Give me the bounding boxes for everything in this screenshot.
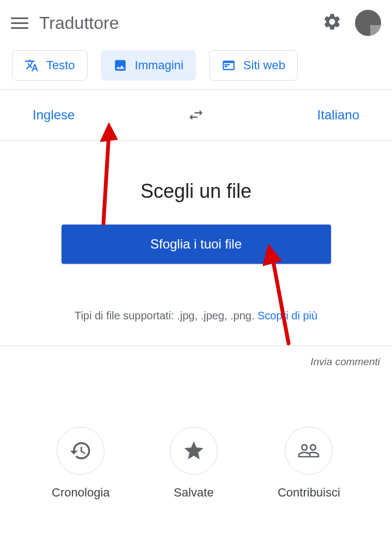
history-label: Cronologia — [52, 486, 109, 500]
star-icon — [170, 427, 218, 475]
tab-images[interactable]: Immagini — [101, 50, 196, 81]
tab-text-label: Testo — [46, 58, 75, 72]
choose-file-title: Scegli un file — [22, 180, 370, 203]
app-title: Traduttore — [39, 13, 119, 33]
source-language-button[interactable]: Inglese — [22, 103, 85, 127]
tab-images-label: Immagini — [135, 58, 183, 72]
file-chooser-section: Scegli un file Sfoglia i tuoi file Tipi … — [0, 141, 392, 346]
contribute-action[interactable]: Contribuisci — [278, 427, 340, 500]
tab-websites-label: Siti web — [243, 58, 285, 72]
annotation-arrow-1 — [82, 120, 125, 231]
tabs-row: Testo Immagini Siti web — [0, 46, 392, 90]
menu-icon[interactable] — [11, 14, 28, 32]
annotation-arrow-2 — [242, 240, 297, 351]
language-row: Inglese Italiano — [0, 90, 392, 141]
svg-marker-1 — [100, 123, 118, 142]
supported-file-types: Tipi di file supportati: .jpg, .jpeg, .p… — [22, 307, 370, 324]
feedback-link[interactable]: Invia commenti — [0, 346, 392, 378]
tab-websites[interactable]: Siti web — [209, 50, 298, 81]
svg-marker-3 — [263, 244, 281, 266]
people-icon — [285, 427, 333, 475]
gear-icon[interactable] — [322, 12, 342, 34]
avatar[interactable] — [355, 10, 381, 36]
svg-line-0 — [103, 134, 109, 223]
saved-label: Salvate — [174, 486, 213, 500]
supported-prefix: Tipi di file supportati: .jpg, .jpeg, .p… — [75, 310, 258, 322]
history-action[interactable]: Cronologia — [52, 427, 109, 500]
svg-line-2 — [272, 256, 289, 343]
saved-action[interactable]: Salvate — [170, 427, 218, 500]
target-language-button[interactable]: Italiano — [307, 103, 370, 127]
history-icon — [57, 427, 105, 475]
contribute-label: Contribuisci — [278, 486, 340, 500]
bottom-actions-row: Cronologia Salvate Contribuisci — [0, 378, 392, 516]
swap-languages-icon[interactable] — [187, 106, 205, 124]
tab-text[interactable]: Testo — [12, 50, 88, 81]
